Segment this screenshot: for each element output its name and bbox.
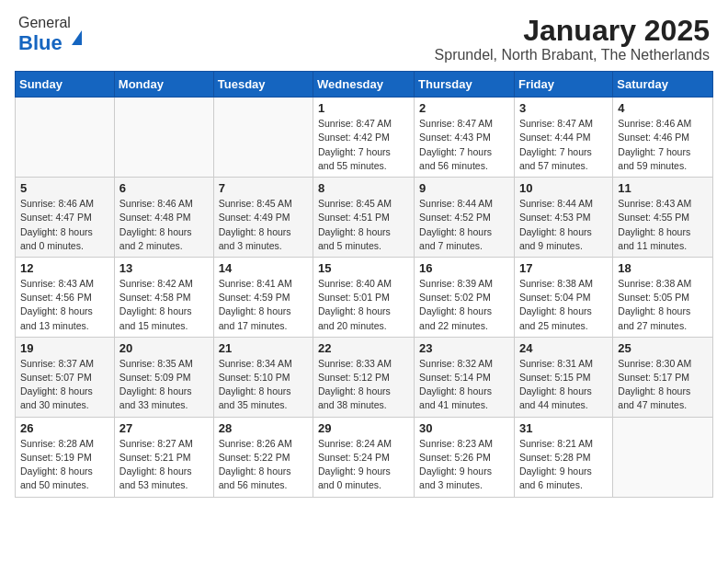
- day-number: 14: [219, 261, 308, 275]
- day-number: 25: [618, 341, 708, 355]
- day-number: 29: [318, 421, 409, 435]
- day-info: Sunrise: 8:33 AM Sunset: 5:12 PM Dayligh…: [318, 357, 409, 413]
- day-info: Sunrise: 8:21 AM Sunset: 5:28 PM Dayligh…: [519, 437, 608, 493]
- day-info: Sunrise: 8:46 AM Sunset: 4:48 PM Dayligh…: [119, 197, 209, 253]
- day-info: Sunrise: 8:47 AM Sunset: 4:44 PM Dayligh…: [519, 117, 608, 173]
- day-info: Sunrise: 8:31 AM Sunset: 5:15 PM Dayligh…: [519, 357, 608, 413]
- day-cell: 18Sunrise: 8:38 AM Sunset: 5:05 PM Dayli…: [613, 257, 713, 337]
- day-number: 4: [618, 101, 708, 115]
- day-cell: 22Sunrise: 8:33 AM Sunset: 5:12 PM Dayli…: [313, 337, 415, 417]
- day-number: 12: [20, 261, 109, 275]
- week-row-1: 5Sunrise: 8:46 AM Sunset: 4:47 PM Daylig…: [16, 178, 713, 258]
- column-header-wednesday: Wednesday: [313, 72, 415, 98]
- day-number: 10: [519, 181, 608, 195]
- day-info: Sunrise: 8:37 AM Sunset: 5:07 PM Dayligh…: [20, 357, 109, 413]
- day-info: Sunrise: 8:27 AM Sunset: 5:21 PM Dayligh…: [119, 437, 209, 493]
- day-number: 15: [318, 261, 409, 275]
- day-cell: 30Sunrise: 8:23 AM Sunset: 5:26 PM Dayli…: [415, 417, 515, 497]
- day-info: Sunrise: 8:39 AM Sunset: 5:02 PM Dayligh…: [419, 277, 509, 333]
- day-number: 5: [20, 181, 109, 195]
- day-info: Sunrise: 8:38 AM Sunset: 5:05 PM Dayligh…: [618, 277, 708, 333]
- title-block: January 2025 Sprundel, North Brabant, Th…: [435, 15, 710, 63]
- calendar-header-row: SundayMondayTuesdayWednesdayThursdayFrid…: [16, 72, 713, 98]
- week-row-4: 26Sunrise: 8:28 AM Sunset: 5:19 PM Dayli…: [16, 417, 713, 497]
- day-number: 22: [318, 341, 409, 355]
- day-number: 17: [519, 261, 608, 275]
- day-number: 26: [20, 421, 109, 435]
- day-cell: 19Sunrise: 8:37 AM Sunset: 5:07 PM Dayli…: [16, 337, 115, 417]
- day-cell: 17Sunrise: 8:38 AM Sunset: 5:04 PM Dayli…: [514, 257, 612, 337]
- calendar-table: SundayMondayTuesdayWednesdayThursdayFrid…: [15, 71, 713, 497]
- day-cell: 14Sunrise: 8:41 AM Sunset: 4:59 PM Dayli…: [213, 257, 313, 337]
- logo: General Blue: [18, 15, 82, 55]
- day-info: Sunrise: 8:32 AM Sunset: 5:14 PM Dayligh…: [419, 357, 509, 413]
- day-number: 6: [119, 181, 209, 195]
- day-cell: 7Sunrise: 8:45 AM Sunset: 4:49 PM Daylig…: [213, 178, 313, 258]
- calendar-wrapper: SundayMondayTuesdayWednesdayThursdayFrid…: [0, 71, 728, 504]
- day-cell: 16Sunrise: 8:39 AM Sunset: 5:02 PM Dayli…: [415, 257, 515, 337]
- day-info: Sunrise: 8:46 AM Sunset: 4:46 PM Dayligh…: [618, 117, 708, 173]
- calendar-subtitle: Sprundel, North Brabant, The Netherlands: [435, 47, 710, 63]
- column-header-sunday: Sunday: [16, 72, 115, 98]
- day-cell: 2Sunrise: 8:47 AM Sunset: 4:43 PM Daylig…: [415, 98, 515, 178]
- day-cell: 11Sunrise: 8:43 AM Sunset: 4:55 PM Dayli…: [613, 178, 713, 258]
- day-info: Sunrise: 8:41 AM Sunset: 4:59 PM Dayligh…: [219, 277, 308, 333]
- day-cell: 15Sunrise: 8:40 AM Sunset: 5:01 PM Dayli…: [313, 257, 415, 337]
- day-number: 18: [618, 261, 708, 275]
- day-cell: 26Sunrise: 8:28 AM Sunset: 5:19 PM Dayli…: [16, 417, 115, 497]
- day-number: 27: [119, 421, 209, 435]
- day-cell: 28Sunrise: 8:26 AM Sunset: 5:22 PM Dayli…: [213, 417, 313, 497]
- day-info: Sunrise: 8:43 AM Sunset: 4:56 PM Dayligh…: [20, 277, 109, 333]
- day-number: 24: [519, 341, 608, 355]
- day-info: Sunrise: 8:35 AM Sunset: 5:09 PM Dayligh…: [119, 357, 209, 413]
- day-cell: [114, 98, 213, 178]
- day-number: 31: [519, 421, 608, 435]
- day-info: Sunrise: 8:42 AM Sunset: 4:58 PM Dayligh…: [119, 277, 209, 333]
- day-number: 23: [419, 341, 509, 355]
- day-cell: [16, 98, 115, 178]
- day-number: 28: [219, 421, 308, 435]
- logo-blue-text: Blue: [18, 31, 63, 54]
- day-info: Sunrise: 8:44 AM Sunset: 4:53 PM Dayligh…: [519, 197, 608, 253]
- day-cell: 5Sunrise: 8:46 AM Sunset: 4:47 PM Daylig…: [16, 178, 115, 258]
- day-cell: 1Sunrise: 8:47 AM Sunset: 4:42 PM Daylig…: [313, 98, 415, 178]
- day-info: Sunrise: 8:43 AM Sunset: 4:55 PM Dayligh…: [618, 197, 708, 253]
- day-number: 19: [20, 341, 109, 355]
- day-cell: 29Sunrise: 8:24 AM Sunset: 5:24 PM Dayli…: [313, 417, 415, 497]
- day-cell: 23Sunrise: 8:32 AM Sunset: 5:14 PM Dayli…: [415, 337, 515, 417]
- day-info: Sunrise: 8:47 AM Sunset: 4:42 PM Dayligh…: [318, 117, 409, 173]
- column-header-tuesday: Tuesday: [213, 72, 313, 98]
- column-header-friday: Friday: [514, 72, 612, 98]
- day-cell: 13Sunrise: 8:42 AM Sunset: 4:58 PM Dayli…: [114, 257, 213, 337]
- day-info: Sunrise: 8:26 AM Sunset: 5:22 PM Dayligh…: [219, 437, 308, 493]
- day-cell: 3Sunrise: 8:47 AM Sunset: 4:44 PM Daylig…: [514, 98, 612, 178]
- day-info: Sunrise: 8:34 AM Sunset: 5:10 PM Dayligh…: [219, 357, 308, 413]
- day-info: Sunrise: 8:45 AM Sunset: 4:51 PM Dayligh…: [318, 197, 409, 253]
- day-number: 13: [119, 261, 209, 275]
- day-number: 1: [318, 101, 409, 115]
- day-info: Sunrise: 8:38 AM Sunset: 5:04 PM Dayligh…: [519, 277, 608, 333]
- day-cell: 12Sunrise: 8:43 AM Sunset: 4:56 PM Dayli…: [16, 257, 115, 337]
- day-number: 16: [419, 261, 509, 275]
- week-row-2: 12Sunrise: 8:43 AM Sunset: 4:56 PM Dayli…: [16, 257, 713, 337]
- day-cell: 27Sunrise: 8:27 AM Sunset: 5:21 PM Dayli…: [114, 417, 213, 497]
- logo-triangle-icon: [72, 15, 82, 45]
- day-cell: 4Sunrise: 8:46 AM Sunset: 4:46 PM Daylig…: [613, 98, 713, 178]
- day-cell: 9Sunrise: 8:44 AM Sunset: 4:52 PM Daylig…: [415, 178, 515, 258]
- day-info: Sunrise: 8:44 AM Sunset: 4:52 PM Dayligh…: [419, 197, 509, 253]
- day-cell: [613, 417, 713, 497]
- day-cell: 24Sunrise: 8:31 AM Sunset: 5:15 PM Dayli…: [514, 337, 612, 417]
- day-number: 7: [219, 181, 308, 195]
- day-info: Sunrise: 8:24 AM Sunset: 5:24 PM Dayligh…: [318, 437, 409, 493]
- day-info: Sunrise: 8:40 AM Sunset: 5:01 PM Dayligh…: [318, 277, 409, 333]
- day-number: 11: [618, 181, 708, 195]
- day-number: 21: [219, 341, 308, 355]
- day-cell: 8Sunrise: 8:45 AM Sunset: 4:51 PM Daylig…: [313, 178, 415, 258]
- day-info: Sunrise: 8:45 AM Sunset: 4:49 PM Dayligh…: [219, 197, 308, 253]
- day-info: Sunrise: 8:46 AM Sunset: 4:47 PM Dayligh…: [20, 197, 109, 253]
- day-number: 30: [419, 421, 509, 435]
- column-header-monday: Monday: [114, 72, 213, 98]
- day-cell: 10Sunrise: 8:44 AM Sunset: 4:53 PM Dayli…: [514, 178, 612, 258]
- day-cell: 31Sunrise: 8:21 AM Sunset: 5:28 PM Dayli…: [514, 417, 612, 497]
- day-cell: [213, 98, 313, 178]
